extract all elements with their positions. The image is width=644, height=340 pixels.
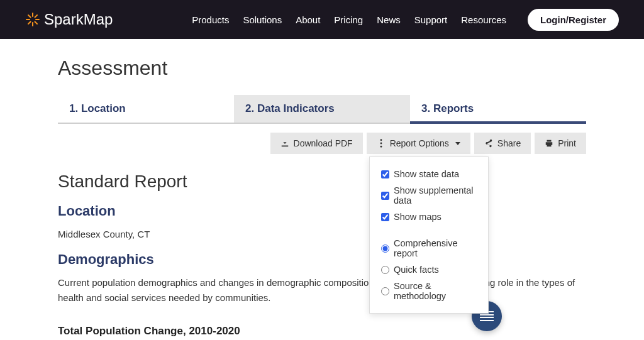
demographics-heading: Demographics (58, 251, 586, 268)
report-body: Standard Report Location Middlesex Count… (58, 172, 586, 340)
nav-item-solutions[interactable]: Solutions (243, 14, 282, 25)
logo[interactable]: SparkMap (25, 11, 113, 28)
nav-item-about[interactable]: About (296, 14, 320, 25)
location-value: Middlesex County, CT (58, 227, 586, 241)
option-quick-facts[interactable]: Quick facts (381, 261, 477, 278)
nav-item-news[interactable]: News (377, 14, 401, 25)
checkbox-supplemental[interactable] (381, 192, 389, 200)
option-label: Comprehensive report (394, 238, 477, 258)
download-icon (280, 139, 289, 148)
brand-name: SparkMap (44, 11, 113, 28)
dropdown-divider (381, 225, 477, 235)
option-show-maps[interactable]: Show maps (381, 209, 477, 225)
share-label: Share (497, 138, 521, 148)
topbar: SparkMap Products Solutions About Pricin… (0, 0, 644, 39)
option-show-supplemental-data[interactable]: Show supplemental data (381, 182, 477, 209)
radio-comprehensive[interactable] (381, 244, 389, 253)
option-show-state-data[interactable]: Show state data (381, 166, 477, 182)
svg-line-5 (35, 22, 38, 25)
option-source-methodology[interactable]: Source & methodology (381, 278, 477, 304)
nav-item-support[interactable]: Support (414, 14, 448, 25)
nav-item-pricing[interactable]: Pricing (334, 14, 363, 25)
step-reports[interactable]: 3. Reports (410, 95, 586, 123)
option-label: Show state data (394, 169, 459, 179)
svg-point-8 (380, 139, 382, 141)
report-actions-bar: Download PDF Report Options Share Print … (58, 133, 586, 154)
download-pdf-label: Download PDF (294, 138, 353, 148)
step-data-indicators[interactable]: 2. Data Indicators (234, 95, 410, 123)
svg-point-9 (380, 143, 382, 145)
nav-item-products[interactable]: Products (192, 14, 229, 25)
login-register-button[interactable]: Login/Register (528, 9, 619, 31)
option-label: Show supplemental data (394, 185, 477, 206)
print-label: Print (558, 138, 576, 148)
primary-nav: Products Solutions About Pricing News Su… (192, 9, 619, 31)
step-active-underline (410, 121, 586, 124)
svg-point-10 (380, 146, 382, 148)
checkbox-state-data[interactable] (381, 170, 389, 178)
option-label: Show maps (394, 212, 441, 222)
demographics-text: Current population demographics and chan… (58, 275, 586, 305)
option-comprehensive-report[interactable]: Comprehensive report (381, 235, 477, 261)
page-title: Assessment (58, 57, 586, 80)
location-heading: Location (58, 203, 586, 219)
option-label: Source & methodology (394, 281, 477, 301)
report-title: Standard Report (58, 172, 586, 192)
chevron-down-icon (455, 142, 460, 145)
radio-quick-facts[interactable] (381, 266, 389, 274)
checkbox-maps[interactable] (381, 213, 389, 221)
print-button[interactable]: Print (535, 133, 586, 154)
download-pdf-button[interactable]: Download PDF (270, 133, 363, 154)
svg-line-6 (28, 22, 31, 25)
report-options-dropdown: Show state data Show supplemental data S… (369, 156, 489, 314)
assessment-steps: 1. Location 2. Data Indicators 3. Report… (58, 95, 586, 124)
spark-icon (25, 12, 40, 27)
radio-source-methodology[interactable] (381, 287, 389, 295)
share-button[interactable]: Share (474, 133, 531, 154)
step-location[interactable]: 1. Location (58, 95, 234, 123)
svg-line-4 (28, 15, 31, 18)
main-content: Assessment 1. Location 2. Data Indicator… (0, 39, 644, 340)
option-label: Quick facts (394, 265, 439, 275)
print-icon (545, 139, 553, 148)
report-options-label: Report Options (390, 138, 449, 148)
nav-item-resources[interactable]: Resources (461, 14, 506, 25)
report-options-button[interactable]: Report Options (367, 133, 470, 154)
svg-line-7 (35, 15, 38, 18)
share-icon (484, 139, 493, 148)
menu-dots-icon (377, 139, 386, 148)
population-change-heading: Total Population Change, 2010-2020 (58, 325, 586, 337)
